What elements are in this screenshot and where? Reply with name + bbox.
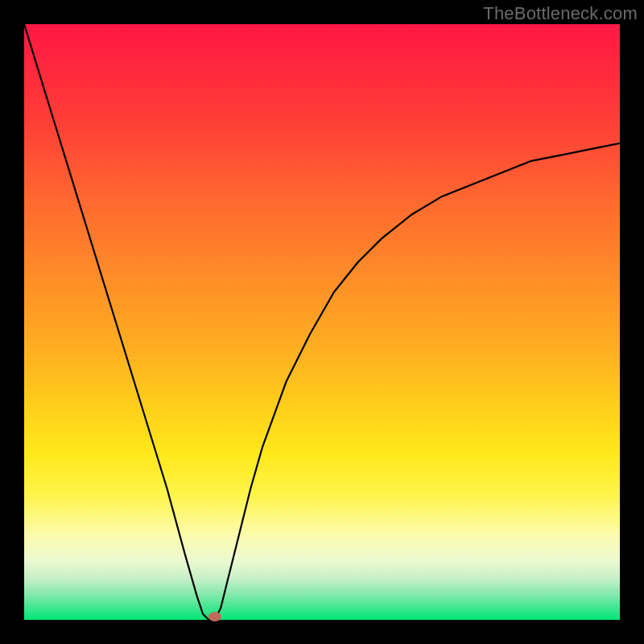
plot-area bbox=[24, 24, 620, 620]
watermark-text: TheBottleneck.com bbox=[483, 3, 638, 24]
curve-svg bbox=[24, 24, 620, 620]
minimum-marker bbox=[208, 612, 221, 621]
chart-frame: TheBottleneck.com bbox=[0, 0, 644, 644]
bottleneck-curve bbox=[24, 24, 620, 620]
